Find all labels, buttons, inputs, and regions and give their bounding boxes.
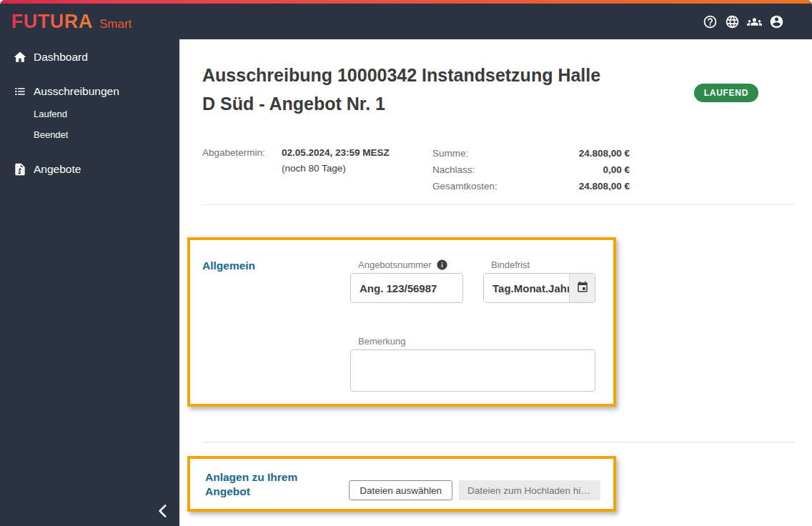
- remark-label-row: Bemerkung: [350, 334, 595, 348]
- deadline-note: (noch 80 Tage): [282, 161, 432, 177]
- list-icon: [13, 84, 27, 99]
- community-icon[interactable]: [746, 13, 763, 30]
- page-title: Ausschreibung 10000342 Instandsetzung Ha…: [202, 61, 613, 118]
- sidebar-item-label: Angebote: [34, 163, 81, 176]
- collapse-sidebar-button[interactable]: [152, 500, 174, 523]
- attachments-heading-text: Anlagen zu Ihrem Angebot: [205, 470, 320, 499]
- binding-period-label-row: Bindefrist: [483, 257, 595, 272]
- general-field-row: Angebotsnummer Bindefrist: [350, 257, 595, 303]
- total-row-summe: Summe: 24.808,00 €: [432, 145, 630, 162]
- offer-number-input[interactable]: [350, 273, 463, 303]
- attachments-section-heading: Anlagen zu Ihrem Angebot: [205, 470, 349, 500]
- total-value: 24.808,00 €: [579, 145, 630, 162]
- sidebar-item-ausschreibungen[interactable]: Ausschreibungen: [0, 79, 179, 104]
- offer-number-label: Angebotsnummer: [358, 259, 432, 270]
- main-content: Ausschreibung 10000342 Instandsetzung Ha…: [179, 39, 812, 526]
- total-label: Summe:: [432, 145, 468, 162]
- app-window: FUTURA Smart Dashboard: [0, 0, 812, 526]
- remark-label: Bemerkung: [358, 336, 405, 347]
- sidebar: Dashboard Ausschreibungen Laufend Beende…: [0, 39, 179, 526]
- account-icon[interactable]: [768, 13, 785, 30]
- sidebar-item-label: Dashboard: [34, 51, 88, 64]
- remark-textarea[interactable]: [350, 349, 595, 392]
- calendar-icon: [576, 281, 589, 296]
- general-section-heading: Allgemein: [202, 257, 350, 392]
- language-globe-icon[interactable]: [723, 13, 741, 30]
- general-fields: Angebotsnummer Bindefrist: [350, 257, 595, 392]
- summary-row: Abgabetermin: 02.05.2024, 23:59 MESZ (no…: [179, 145, 812, 194]
- deadline-block: 02.05.2024, 23:59 MESZ (noch 80 Tage): [282, 145, 432, 194]
- sidebar-item-laufend[interactable]: Laufend: [0, 104, 179, 124]
- app-header: FUTURA Smart: [0, 4, 812, 39]
- section-divider: [202, 442, 795, 442]
- binding-period-date-field: [483, 273, 595, 303]
- attachments-section-highlight-box: Anlagen zu Ihrem Angebot Dateien auswähl…: [187, 456, 616, 512]
- offer-number-label-row: Angebotsnummer: [350, 257, 463, 272]
- binding-period-field-group: Bindefrist: [483, 257, 595, 303]
- deadline-label: Abgabetermin:: [202, 145, 282, 194]
- brand-name: FUTURA: [11, 11, 93, 33]
- title-row: Ausschreibung 10000342 Instandsetzung Ha…: [179, 39, 812, 118]
- deadline-value: 02.05.2024, 23:59 MESZ: [282, 145, 432, 161]
- help-icon[interactable]: [701, 13, 718, 30]
- sidebar-item-dashboard[interactable]: Dashboard: [0, 45, 179, 69]
- select-files-button[interactable]: Dateien auswählen: [349, 480, 452, 500]
- file-drop-zone[interactable]: Dateien zum Hochladen hi…: [459, 480, 600, 500]
- sidebar-item-angebote[interactable]: Angebote: [0, 157, 179, 182]
- total-label: Gesamtkosten:: [432, 178, 497, 194]
- app-logo[interactable]: FUTURA Smart: [11, 11, 132, 33]
- brand-suffix: Smart: [99, 17, 132, 31]
- binding-period-input[interactable]: [484, 274, 569, 302]
- info-icon[interactable]: [436, 259, 448, 271]
- remark-field-group: Bemerkung: [350, 334, 595, 392]
- general-section-highlight-box: Allgemein Angebotsnummer: [187, 237, 616, 407]
- status-badge: LAUFEND: [694, 84, 758, 102]
- header-icon-group: [701, 13, 785, 30]
- section-divider: [202, 204, 795, 205]
- total-label: Nachlass:: [432, 162, 475, 178]
- total-row-gesamtkosten: Gesamtkosten: 24.808,00 €: [432, 178, 630, 194]
- total-value: 24.808,00 €: [579, 178, 630, 194]
- home-icon: [13, 50, 27, 64]
- attachments-buttons-row: Dateien auswählen Dateien zum Hochladen …: [349, 480, 600, 500]
- binding-period-label: Bindefrist: [491, 259, 530, 270]
- sidebar-item-label: Ausschreibungen: [34, 85, 119, 98]
- calendar-picker-button[interactable]: [569, 274, 595, 302]
- totals-block: Summe: 24.808,00 € Nachlass: 0,00 € Gesa…: [432, 145, 630, 194]
- offer-number-field-group: Angebotsnummer: [350, 257, 463, 303]
- total-value: 0,00 €: [603, 162, 630, 178]
- sidebar-item-beendet[interactable]: Beendet: [0, 124, 179, 144]
- offer-document-icon: [13, 162, 27, 177]
- total-row-nachlass: Nachlass: 0,00 €: [432, 162, 630, 178]
- chevron-left-icon: [154, 512, 172, 522]
